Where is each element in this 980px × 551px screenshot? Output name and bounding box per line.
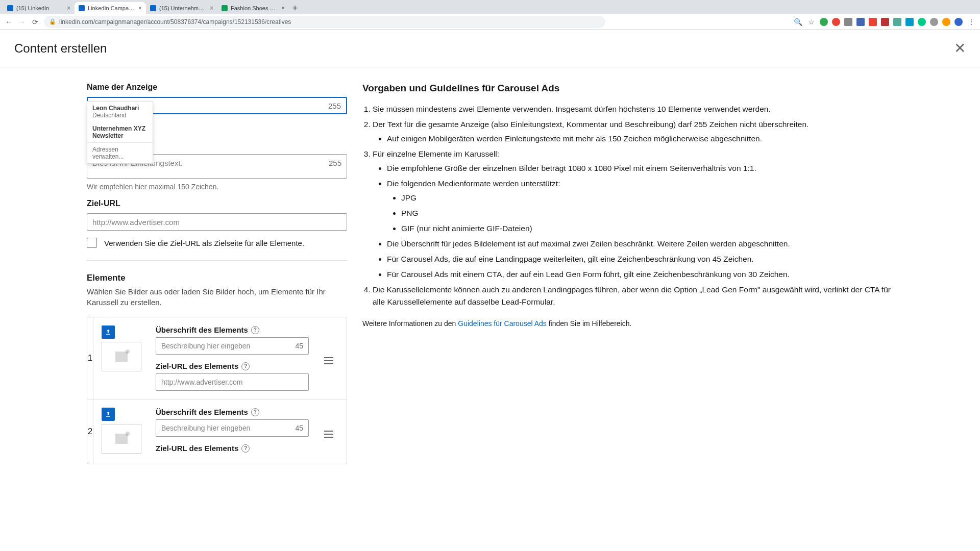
label-text: Überschrift des Elements (156, 325, 248, 334)
address-bar[interactable]: 🔒 linkedin.com/campaignmanager/account/5… (44, 16, 605, 28)
footer-text: Weitere Informationen zu den (362, 319, 458, 328)
form-column: Name der Anzeige Beispiel 1 255 Dies ist… (0, 83, 362, 464)
help-icon[interactable]: ? (251, 326, 259, 334)
dest-url-input[interactable]: http://www.advertiser.com (87, 213, 347, 231)
card-url-input[interactable]: http://www.advertiser.com (156, 373, 309, 391)
tab-title: LinkedIn Campaign Manager (88, 5, 135, 11)
carousel-card: 2 Überschrift des Elements? Beschreibung… (87, 399, 347, 464)
extension-icon[interactable] (918, 18, 926, 26)
upload-image-button[interactable] (102, 325, 115, 339)
extension-icon[interactable] (856, 18, 865, 26)
close-icon[interactable]: × (138, 5, 142, 12)
close-icon[interactable]: × (281, 5, 285, 12)
autocomplete-name: Unternehmen XYZ Newsletter (92, 125, 148, 139)
autocomplete-item[interactable]: Unternehmen XYZ Newsletter (87, 122, 153, 142)
use-url-for-all-row: Verwenden Sie die Ziel-URL als Zielseite… (87, 238, 347, 248)
guideline-subitem: Auf einigen Mobilgeräten werden Einleitu… (387, 133, 893, 145)
star-icon[interactable]: ☆ (806, 18, 816, 26)
upload-image-button[interactable] (102, 408, 115, 421)
extension-icons: 🔍 ☆ ⋮ (793, 18, 976, 26)
tab-title: (15) LinkedIn (16, 5, 64, 11)
new-tab-button[interactable]: + (289, 2, 301, 14)
guideline-subitem: Die Überschrift für jedes Bildelement is… (387, 238, 893, 250)
upload-icon (105, 411, 112, 418)
tab-linkedin-feed[interactable]: (15) LinkedIn× (3, 2, 75, 14)
close-icon[interactable]: × (67, 5, 70, 12)
card-headline-label: Überschrift des Elements? (156, 325, 309, 334)
guideline-text: Für einzelne Elemente im Karussell: (373, 149, 499, 158)
checkbox-label: Verwenden Sie die Ziel-URL als Zielseite… (104, 239, 304, 247)
card-headline-input[interactable]: Beschreibung hier eingeben 45 (156, 419, 309, 437)
guideline-item: Der Text für die gesamte Anzeige (also E… (373, 118, 893, 145)
guidelines-title: Vorgaben und Guidelines für Carousel Ads (362, 83, 893, 94)
guideline-subitem: Für Carousel Ads, die auf eine Landingpa… (387, 253, 893, 265)
manage-addresses-link[interactable]: Adressen verwalten... (87, 142, 153, 163)
menu-icon[interactable]: ⋮ (967, 18, 976, 26)
tab-company-admin[interactable]: (15) Unternehmen XYZ: Admin× (146, 2, 217, 14)
tab-campaign-manager[interactable]: LinkedIn Campaign Manager× (75, 2, 146, 14)
extension-icon[interactable] (844, 18, 852, 26)
help-icon[interactable]: ? (241, 444, 250, 453)
divider (87, 260, 347, 261)
help-icon[interactable]: ? (251, 408, 259, 416)
use-url-for-all-checkbox[interactable] (87, 238, 97, 248)
drag-handle[interactable] (319, 430, 338, 439)
char-counter: 255 (328, 102, 341, 110)
image-upload (102, 325, 145, 371)
drag-handle[interactable] (319, 356, 338, 365)
card-number: 1 (87, 317, 93, 399)
image-thumbnail[interactable] (102, 424, 141, 454)
close-icon[interactable]: × (210, 5, 213, 12)
tab-stock-photo[interactable]: Fashion Shoes High - Free ph× (217, 2, 289, 14)
carousel-cards: 1 Überschrift des Elements? Beschreibung… (87, 317, 347, 464)
toolbar: ← → ⟳ 🔒 linkedin.com/campaignmanager/acc… (0, 14, 980, 30)
zoom-icon[interactable]: 🔍 (793, 18, 802, 26)
extension-icon[interactable] (905, 18, 914, 26)
ad-name-label: Name der Anzeige (87, 83, 347, 92)
autocomplete-item[interactable]: Leon Chaudhari Deutschland (87, 102, 153, 122)
char-counter: 45 (295, 342, 303, 350)
footer-text: finden Sie im Hilfebereich. (547, 319, 632, 328)
placeholder-text: http://www.advertiser.com (161, 378, 303, 386)
help-icon[interactable]: ? (241, 362, 250, 370)
char-counter: 45 (295, 424, 303, 432)
extension-icon[interactable] (942, 18, 950, 26)
card-url-label: Ziel-URL des Elements? (156, 444, 309, 453)
card-url-label: Ziel-URL des Elements? (156, 362, 309, 370)
extension-icon[interactable] (832, 18, 840, 26)
guideline-subitem: Die folgenden Medienformate werden unter… (387, 178, 893, 235)
label-text: Ziel-URL des Elements (156, 444, 238, 453)
guidelines-footer: Weitere Informationen zu den Guidelines … (362, 319, 893, 328)
card-headline-input[interactable]: Beschreibung hier eingeben 45 (156, 337, 309, 355)
extension-icon[interactable] (893, 18, 901, 26)
autocomplete-name: Leon Chaudhari (92, 105, 148, 112)
guideline-item: Die Karussellelemente können auch zu and… (373, 284, 893, 308)
image-thumbnail[interactable] (102, 342, 141, 371)
back-icon[interactable]: ← (4, 18, 13, 26)
extension-icon[interactable] (881, 18, 889, 26)
guideline-subsubitem: PNG (401, 207, 893, 219)
label-text: Ziel-URL des Elements (156, 362, 238, 370)
elements-desc: Wählen Sie Bilder aus oder laden Sie Bil… (87, 286, 347, 308)
extension-icon[interactable] (820, 18, 828, 26)
guideline-subitem: Die empfohlene Größe der einzelnen Bilde… (387, 162, 893, 174)
modal-header: Content erstellen ✕ (0, 30, 980, 67)
guideline-subsubitem: GIF (nur nicht animierte GIF-Dateien) (401, 222, 893, 235)
page-title: Content erstellen (14, 41, 107, 56)
image-placeholder-icon (115, 434, 128, 444)
forward-icon[interactable]: → (17, 18, 27, 26)
close-modal-button[interactable]: ✕ (954, 40, 966, 57)
guideline-subitem: Für Carousel Ads mit einem CTA, der auf … (387, 268, 893, 281)
extension-icon[interactable] (869, 18, 877, 26)
card-number: 2 (87, 399, 93, 464)
guidelines-link[interactable]: Guidelines für Carousel Ads (458, 319, 547, 328)
autocomplete-subtitle: Deutschland (92, 112, 148, 119)
tab-strip: (15) LinkedIn× LinkedIn Campaign Manager… (0, 0, 980, 14)
tab-title: Fashion Shoes High - Free ph (231, 5, 278, 11)
guidelines-list: Sie müssen mindestens zwei Elemente verw… (362, 103, 893, 328)
avatar[interactable] (954, 18, 963, 26)
image-placeholder-icon (115, 352, 128, 362)
guideline-subsubitem: JPG (401, 192, 893, 204)
extension-icon[interactable] (930, 18, 938, 26)
reload-icon[interactable]: ⟳ (31, 18, 40, 26)
